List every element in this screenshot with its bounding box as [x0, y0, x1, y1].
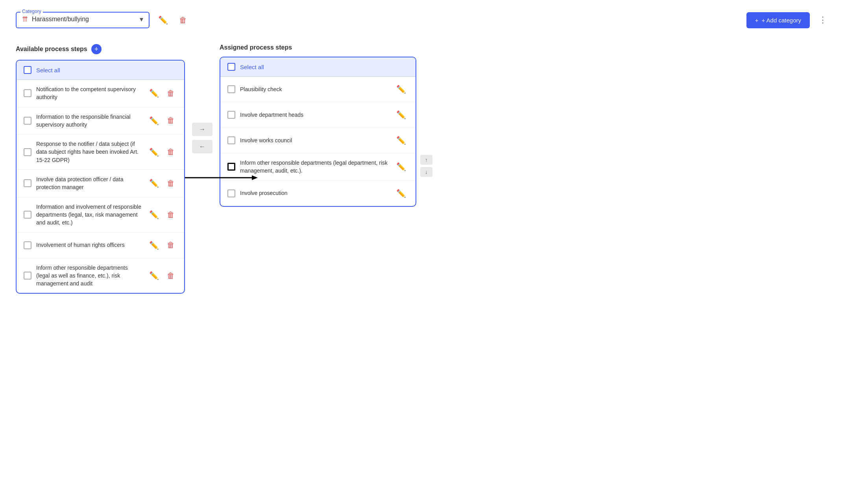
- edit-icon: ✏️: [149, 178, 159, 188]
- item-actions: ✏️: [394, 160, 408, 174]
- item-text: Involve prosecution: [240, 189, 389, 197]
- list-item: Information to the responsible financial…: [17, 107, 184, 135]
- move-down-button[interactable]: ↓: [420, 167, 432, 177]
- item-checkbox[interactable]: [24, 272, 31, 280]
- left-select-all-row[interactable]: Select all: [17, 61, 184, 80]
- list-item: Information and involvement of responsib…: [17, 197, 184, 233]
- delete-item-button[interactable]: 🗑: [164, 177, 177, 190]
- edit-item-button[interactable]: ✏️: [147, 238, 161, 252]
- right-select-all-row[interactable]: Select all: [220, 57, 416, 77]
- left-panel: Select all Notification to the competent…: [16, 60, 185, 294]
- item-checkbox[interactable]: [227, 136, 235, 144]
- edit-icon: ✏️: [396, 162, 406, 171]
- transfer-left-button[interactable]: ←: [192, 140, 212, 153]
- edit-icon: ✏️: [149, 147, 159, 157]
- item-checkbox[interactable]: [227, 85, 235, 93]
- item-checkbox[interactable]: [24, 211, 31, 219]
- add-step-button[interactable]: +: [91, 44, 102, 54]
- item-checkbox-highlighted[interactable]: [227, 163, 235, 171]
- edit-item-button[interactable]: ✏️: [147, 145, 161, 159]
- right-panel-with-order: Select all Plausibility check ✏️ Involve…: [220, 57, 432, 207]
- item-checkbox[interactable]: [24, 179, 31, 187]
- list-item: Notification to the competent supervisor…: [17, 80, 184, 107]
- item-text: Involve data protection officer / data p…: [36, 175, 142, 191]
- delete-item-button[interactable]: 🗑: [164, 86, 177, 100]
- item-actions: ✏️ 🗑: [147, 238, 177, 252]
- edit-item-button[interactable]: ✏️: [394, 186, 408, 200]
- edit-icon: ✏️: [149, 210, 159, 219]
- trash-icon: 🗑: [167, 116, 175, 125]
- item-actions: ✏️ 🗑: [147, 145, 177, 159]
- item-text: Involve department heads: [240, 111, 389, 119]
- item-text: Involvement of human rights officers: [36, 241, 142, 249]
- right-select-all-checkbox[interactable]: [227, 63, 235, 71]
- item-text: Inform other responsible departments (le…: [240, 159, 389, 175]
- delete-item-button[interactable]: 🗑: [164, 208, 177, 222]
- item-text: Plausibility check: [240, 85, 389, 93]
- edit-icon: ✏️: [396, 136, 406, 145]
- more-options-button[interactable]: ⋮: [816, 13, 830, 28]
- item-checkbox[interactable]: [24, 117, 31, 125]
- edit-item-button[interactable]: ✏️: [147, 114, 161, 128]
- delete-item-button[interactable]: 🗑: [164, 269, 177, 283]
- item-actions: ✏️: [394, 108, 408, 122]
- trash-icon: 🗑: [179, 16, 187, 25]
- item-text: Information and involvement of responsib…: [36, 203, 142, 227]
- item-checkbox[interactable]: [24, 89, 31, 97]
- edit-icon: ✏️: [396, 110, 406, 120]
- edit-item-button[interactable]: ✏️: [394, 82, 408, 96]
- left-panel-items: Notification to the competent supervisor…: [17, 80, 184, 293]
- right-arrow-icon: →: [199, 126, 205, 133]
- trash-icon: 🗑: [167, 241, 175, 250]
- edit-item-button[interactable]: ✏️: [147, 208, 161, 222]
- item-text: Involve works council: [240, 136, 389, 144]
- item-checkbox[interactable]: [24, 148, 31, 156]
- left-select-all-checkbox[interactable]: [24, 66, 31, 74]
- right-panel-title-row: Assigned process steps: [220, 44, 432, 51]
- item-actions: ✏️ 🗑: [147, 208, 177, 222]
- item-checkbox[interactable]: [227, 189, 235, 197]
- delete-category-button[interactable]: 🗑: [177, 13, 189, 27]
- right-panel-wrapper: Assigned process steps Select all Plausi…: [220, 44, 432, 207]
- item-text: Information to the responsible financial…: [36, 113, 142, 129]
- list-item: Inform other responsible departments (le…: [17, 258, 184, 293]
- delete-item-button[interactable]: 🗑: [164, 238, 177, 252]
- add-category-button[interactable]: + + Add category: [746, 12, 810, 28]
- list-item: Involvement of human rights officers ✏️ …: [17, 233, 184, 258]
- transfer-right-button[interactable]: →: [192, 123, 212, 136]
- item-actions: ✏️: [394, 82, 408, 96]
- trash-icon: 🗑: [167, 89, 175, 98]
- edit-item-button[interactable]: ✏️: [394, 108, 408, 122]
- item-text: Response to the notifier / data subject …: [36, 140, 142, 164]
- left-arrow-icon: ←: [199, 143, 205, 150]
- delete-item-button[interactable]: 🗑: [164, 145, 177, 159]
- edit-icon: ✏️: [396, 85, 406, 94]
- edit-icon: ✏️: [396, 189, 406, 198]
- edit-icon: ✏️: [149, 241, 159, 250]
- trash-icon: 🗑: [167, 147, 175, 156]
- edit-icon: ✏️: [149, 88, 159, 98]
- edit-icon: ✏️: [149, 116, 159, 125]
- category-dropdown[interactable]: Category ⇈ Harassment/bullying ▾: [16, 12, 150, 28]
- edit-item-button[interactable]: ✏️: [394, 133, 408, 147]
- delete-item-button[interactable]: 🗑: [164, 114, 177, 127]
- edit-item-button[interactable]: ✏️: [147, 86, 161, 100]
- edit-category-button[interactable]: ✏️: [156, 13, 170, 27]
- list-item: Plausibility check ✏️: [220, 77, 416, 102]
- category-value: Harassment/bullying: [32, 16, 136, 23]
- edit-item-button[interactable]: ✏️: [394, 160, 408, 174]
- trash-icon: 🗑: [167, 179, 175, 188]
- move-up-button[interactable]: ↑: [420, 155, 432, 165]
- left-panel-title-row: Available process steps +: [16, 44, 185, 54]
- up-arrow-icon: ↑: [425, 157, 428, 163]
- main-content: Available process steps + Select all Not…: [16, 44, 830, 294]
- item-checkbox[interactable]: [227, 111, 235, 119]
- item-actions: ✏️ 🗑: [147, 114, 177, 128]
- item-text: Inform other responsible departments (le…: [36, 264, 142, 288]
- list-item: Involve data protection officer / data p…: [17, 170, 184, 197]
- right-panel-title: Assigned process steps: [220, 44, 292, 51]
- item-checkbox[interactable]: [24, 241, 31, 249]
- edit-item-button[interactable]: ✏️: [147, 269, 161, 283]
- edit-item-button[interactable]: ✏️: [147, 176, 161, 190]
- category-field-label: Category: [20, 9, 43, 14]
